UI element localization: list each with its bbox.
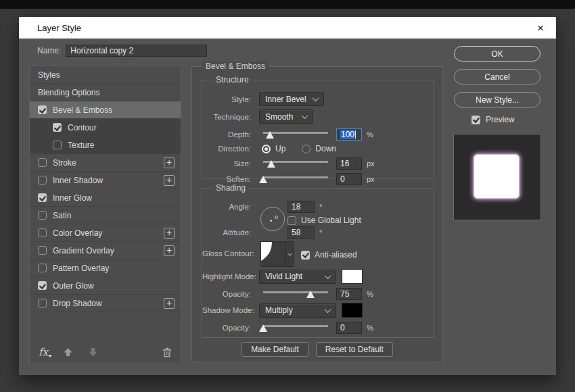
- close-icon[interactable]: ×: [534, 22, 547, 34]
- chevron-down-icon: [287, 251, 292, 255]
- sidebar-item-color-overlay[interactable]: Color Overlay+: [30, 224, 181, 242]
- effect-enabled-checkbox[interactable]: [38, 281, 47, 290]
- effect-enabled-checkbox[interactable]: [38, 211, 47, 220]
- sidebar-item-pattern-overlay[interactable]: Pattern Overlay: [30, 260, 181, 277]
- delete-effect-icon[interactable]: [162, 347, 172, 358]
- effect-enabled-checkbox[interactable]: [53, 123, 62, 132]
- dialog-titlebar[interactable]: Layer Style ×: [19, 17, 556, 39]
- add-effect-instance-icon[interactable]: +: [164, 298, 175, 309]
- anti-aliased-checkbox[interactable]: [301, 251, 310, 260]
- sidebar-item-label: Blending Options: [38, 88, 99, 97]
- move-up-icon[interactable]: [63, 347, 73, 357]
- effect-enabled-checkbox[interactable]: [38, 246, 47, 255]
- shadow-mode-dropdown[interactable]: Multiply: [259, 303, 336, 318]
- sidebar-item-inner-glow[interactable]: Inner Glow: [30, 189, 181, 207]
- slider-thumb[interactable]: [259, 176, 267, 183]
- preview-thumbnail: [453, 134, 541, 220]
- gloss-contour-picker[interactable]: [260, 241, 294, 267]
- soften-label: Soften:: [202, 175, 255, 183]
- sidebar-item-label: Satin: [53, 211, 71, 220]
- shadow-opacity-label: Opacity:: [202, 324, 255, 332]
- chevron-down-icon: [325, 306, 331, 313]
- effect-enabled-checkbox[interactable]: [38, 264, 47, 272]
- anti-aliased-label: Anti-aliased: [315, 250, 357, 260]
- depth-slider[interactable]: [263, 129, 328, 140]
- direction-down-radio[interactable]: [302, 145, 310, 153]
- preview-checkbox[interactable]: [472, 116, 480, 124]
- sidebar-item-inner-shadow[interactable]: Inner Shadow+: [30, 172, 181, 189]
- depth-label: Depth:: [202, 130, 255, 139]
- shadow-opacity-slider[interactable]: [263, 322, 328, 333]
- dial-angle-marker: [275, 216, 278, 219]
- slider-thumb[interactable]: [306, 291, 315, 298]
- sidebar-item-drop-shadow[interactable]: Drop Shadow+: [30, 295, 181, 312]
- layer-style-dialog: Layer Style × Name: Horizontal copy 2 St…: [19, 17, 556, 375]
- add-effect-instance-icon[interactable]: +: [164, 228, 175, 239]
- name-row: Name: Horizontal copy 2: [37, 45, 207, 57]
- ok-button[interactable]: OK: [454, 46, 540, 62]
- slider-thumb[interactable]: [267, 160, 275, 168]
- slider-track: [263, 291, 328, 293]
- cancel-button[interactable]: Cancel: [454, 69, 540, 84]
- slider-thumb[interactable]: [259, 324, 267, 332]
- sidebar-item-styles[interactable]: Styles: [30, 66, 181, 84]
- direction-row: Direction: Up Down: [202, 144, 434, 153]
- shadow-opacity-input[interactable]: 0: [336, 322, 362, 334]
- add-effect-instance-icon[interactable]: +: [164, 175, 175, 186]
- soften-unit: px: [367, 175, 375, 183]
- highlight-opacity-slider[interactable]: [263, 289, 328, 299]
- move-down-icon[interactable]: [88, 347, 98, 357]
- direction-label: Direction:: [202, 145, 255, 153]
- gloss-contour-dropdown-arrow[interactable]: [285, 242, 293, 266]
- sidebar-item-texture[interactable]: Texture: [30, 137, 181, 154]
- name-input[interactable]: Horizontal copy 2: [66, 45, 207, 57]
- effect-enabled-checkbox[interactable]: [38, 228, 47, 237]
- technique-dropdown[interactable]: Smooth: [259, 109, 313, 124]
- use-global-light-checkbox[interactable]: [288, 216, 296, 225]
- sidebar-item-stroke[interactable]: Stroke+: [30, 154, 181, 172]
- style-value: Inner Bevel: [265, 95, 306, 104]
- add-effect-instance-icon[interactable]: +: [164, 245, 175, 256]
- effect-enabled-checkbox[interactable]: [38, 158, 47, 167]
- gloss-contour-thumbnail[interactable]: [261, 242, 285, 266]
- depth-input[interactable]: 100: [336, 128, 362, 141]
- style-dropdown[interactable]: Inner Bevel: [259, 92, 324, 106]
- gloss-contour-row: Gloss Contour:: [202, 249, 255, 258]
- sidebar-item-label: Styles: [38, 70, 60, 80]
- fx-menu-button[interactable]: fx: [39, 346, 48, 358]
- size-slider[interactable]: [263, 158, 328, 169]
- effect-enabled-checkbox[interactable]: [53, 141, 62, 149]
- angle-input[interactable]: 18: [288, 201, 315, 213]
- shadow-mode-row: Shadow Mode: Multiply: [202, 303, 363, 318]
- highlight-opacity-input[interactable]: 75: [336, 288, 362, 300]
- altitude-input[interactable]: 58: [288, 226, 315, 239]
- effect-enabled-checkbox[interactable]: [38, 299, 47, 308]
- highlight-mode-dropdown[interactable]: Vivid Light: [259, 270, 336, 284]
- highlight-color-swatch[interactable]: [342, 269, 363, 284]
- make-default-button[interactable]: Make Default: [242, 342, 308, 357]
- size-input[interactable]: 16: [336, 157, 362, 170]
- shadow-opacity-row: Opacity: 0 %: [202, 322, 373, 334]
- new-style-button[interactable]: New Style...: [454, 92, 540, 107]
- reset-to-default-button[interactable]: Reset to Default: [316, 342, 393, 357]
- sidebar-item-label: Inner Shadow: [53, 176, 103, 185]
- effect-enabled-checkbox[interactable]: [38, 176, 47, 185]
- sidebar-item-bevel-emboss[interactable]: Bevel & Emboss: [30, 101, 181, 119]
- structure-title: Structure: [212, 75, 253, 84]
- soften-input[interactable]: 0: [336, 173, 362, 185]
- dialog-actions: OK Cancel New Style... Preview: [453, 46, 541, 220]
- soften-slider[interactable]: [263, 174, 328, 185]
- technique-label: Technique:: [202, 113, 255, 121]
- sidebar-item-satin[interactable]: Satin: [30, 207, 181, 224]
- sidebar-item-contour[interactable]: Contour: [30, 119, 181, 137]
- sidebar-item-blending-options[interactable]: Blending Options: [30, 84, 181, 101]
- sidebar-item-gradient-overlay[interactable]: Gradient Overlay+: [30, 242, 181, 260]
- direction-up-radio[interactable]: [262, 145, 271, 153]
- effect-enabled-checkbox[interactable]: [38, 105, 47, 114]
- slider-thumb[interactable]: [266, 131, 274, 139]
- shadow-color-swatch[interactable]: [342, 303, 363, 318]
- styles-sidebar: StylesBlending OptionsBevel & EmbossCont…: [29, 66, 181, 364]
- effect-enabled-checkbox[interactable]: [38, 193, 47, 202]
- add-effect-instance-icon[interactable]: +: [164, 157, 175, 168]
- sidebar-item-outer-glow[interactable]: Outer Glow: [30, 277, 181, 295]
